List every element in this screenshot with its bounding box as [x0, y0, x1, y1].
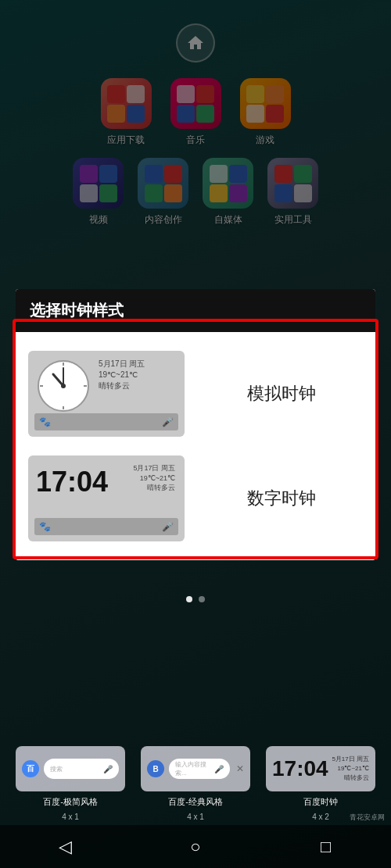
analog-clock-svg	[36, 359, 91, 413]
recents-button[interactable]: □	[310, 831, 342, 863]
pagination-dots	[0, 596, 391, 602]
widget-size-2: 4 x 1	[187, 813, 204, 821]
widget-baidu-minimal[interactable]: 百 搜索 🎤 百度-极简风格 4 x 1	[14, 746, 127, 821]
analog-clock-label: 模拟时钟	[200, 382, 363, 405]
watermark: 青花安卓网	[350, 813, 385, 823]
digital-clock-search-bar: 🐾 🎤	[34, 518, 178, 535]
digital-clock-label: 数字时钟	[200, 487, 363, 510]
dialog-body: 5月17日 周五 19℃~21℃ 晴转多云 🐾 🎤 模拟时钟 17:04 5月1…	[16, 332, 375, 560]
widget-size-3: 4 x 2	[312, 813, 329, 821]
bottom-navigation: ◁ ○ □	[0, 825, 391, 868]
clock-widget-inner: 17:04 5月17日 周五 19℃~21℃ 晴转多云	[266, 746, 375, 791]
dot-1	[186, 596, 192, 602]
baidu-search-bar-2: 输入内容搜索... 🎤	[169, 759, 230, 779]
digital-clock-info: 5月17日 周五 19℃~21℃ 晴转多云	[133, 463, 175, 493]
widget-baidu-classic[interactable]: B 输入内容搜索... 🎤 ✕ 百度-经典风格 4 x 1	[139, 746, 253, 821]
bottom-widgets-area: 百 搜索 🎤 百度-极简风格 4 x 1 B 输入内容搜索... 🎤 ✕ 百度-…	[0, 746, 391, 821]
paw-icon-2: 🐾	[39, 521, 51, 532]
dialog-title: 选择时钟样式	[30, 302, 124, 319]
widget-baidu-clock[interactable]: 17:04 5月17日 周五 19℃~21℃ 晴转多云 🐾 🎤 百度时钟 4 x…	[264, 746, 378, 821]
dialog-title-bar: 选择时钟样式	[16, 289, 375, 332]
analog-clock-option[interactable]: 5月17日 周五 19℃~21℃ 晴转多云 🐾 🎤 模拟时钟	[28, 348, 363, 440]
baidu-logo-1: 百	[22, 760, 39, 777]
back-button[interactable]: ◁	[49, 831, 81, 863]
baidu-logo-2: B	[147, 760, 164, 777]
digital-clock-preview: 17:04 5月17日 周五 19℃~21℃ 晴转多云 🐾 🎤	[28, 455, 185, 541]
widget-label-3: 百度时钟	[303, 796, 338, 808]
widget-clock-date-info: 5月17日 周五 19℃~21℃ 晴转多云	[332, 755, 369, 783]
analog-clock-info: 5月17日 周五 19℃~21℃ 晴转多云	[99, 359, 145, 391]
widget-baidu-classic-preview: B 输入内容搜索... 🎤 ✕	[141, 746, 250, 791]
widget-size-1: 4 x 1	[62, 813, 79, 821]
widget-baidu-clock-preview: 17:04 5月17日 周五 19℃~21℃ 晴转多云 🐾 🎤	[266, 746, 375, 791]
digital-clock-time: 17:04	[36, 468, 108, 496]
dot-2	[199, 596, 205, 602]
widget-baidu-minimal-preview: 百 搜索 🎤	[16, 746, 125, 791]
clock-style-dialog: 选择时钟样式 5月17日 周五	[16, 289, 375, 560]
home-button[interactable]: ○	[180, 831, 211, 863]
analog-clock-preview: 5月17日 周五 19℃~21℃ 晴转多云 🐾 🎤	[28, 351, 185, 437]
digital-clock-option[interactable]: 17:04 5月17日 周五 19℃~21℃ 晴转多云 🐾 🎤 数字时钟	[28, 452, 363, 545]
paw-icon: 🐾	[39, 416, 51, 427]
baidu-search-bar-1: 搜索 🎤	[44, 759, 119, 779]
mic-icon: 🎤	[162, 416, 174, 427]
widget-clock-time: 17:04	[272, 756, 328, 781]
widget-label-1: 百度-极简风格	[43, 796, 98, 808]
mic-icon-2: 🎤	[162, 521, 174, 532]
analog-clock-search-bar: 🐾 🎤	[34, 413, 178, 430]
widget-label-2: 百度-经典风格	[168, 796, 223, 808]
